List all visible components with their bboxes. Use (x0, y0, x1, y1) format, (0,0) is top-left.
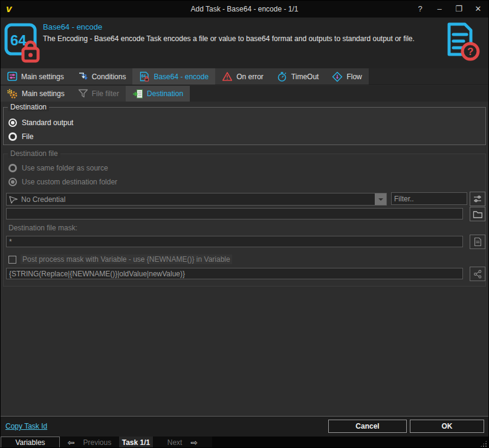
funnel-icon (78, 89, 88, 99)
sliders-icon (473, 195, 482, 203)
tab-label: Base64 - encode (154, 73, 209, 81)
group-title: Destination (8, 103, 49, 111)
dropdown-arrow-button[interactable] (375, 193, 386, 205)
maximize-button[interactable]: ❐ (450, 1, 468, 18)
task-header: 64 Base64 - encode The Encoding - Base64… (1, 18, 488, 68)
mask-variable-button (470, 235, 485, 249)
previous-nav: ⇦ Previous (60, 437, 119, 448)
variables-button[interactable]: Variables (1, 437, 60, 448)
main-tab-bar: Main settings Conditions 64 Base64 - enc… (1, 68, 488, 85)
next-nav: Next ⇨ (153, 437, 212, 448)
cancel-button[interactable]: Cancel (328, 420, 407, 433)
radio-standard-output[interactable]: Standard output (8, 118, 73, 127)
tab-flow[interactable]: Flow (325, 68, 368, 85)
radio-button-icon (8, 132, 17, 141)
destination-panel: Destination Standard output File Destina… (1, 102, 488, 416)
doc-question-icon[interactable]: ? (444, 21, 480, 65)
credential-settings-button[interactable] (470, 192, 485, 206)
radio-label: File (22, 132, 33, 141)
checkbox-label: Post process mask with Variable - use {N… (21, 255, 232, 264)
task-counter: Task 1/1 (119, 437, 153, 448)
svg-text:64: 64 (10, 32, 27, 48)
copy-task-id-link[interactable]: Copy Task Id (5, 422, 47, 430)
svg-text:?: ? (467, 46, 473, 57)
tab-main-settings[interactable]: Main settings (1, 68, 71, 85)
mask-input (6, 236, 463, 247)
postprocess-checkbox-row: Post process mask with Variable - use {N… (8, 255, 232, 264)
tab-base64-encode[interactable]: 64 Base64 - encode (132, 68, 215, 85)
radio-same-folder: Use same folder as source (8, 163, 108, 172)
radio-label: Standard output (22, 118, 73, 127)
add-task-dialog: v Add Task - Base64 - encode - 1/1 ? – ❐… (0, 0, 489, 448)
arrow-right-icon: ⇨ (190, 438, 198, 447)
destination-doc-icon (132, 89, 143, 99)
subtab-destination[interactable]: Destination (126, 86, 190, 102)
tab-on-error[interactable]: On error (215, 68, 270, 85)
branch-arrows-icon (77, 71, 88, 82)
dialog-footer: Copy Task Id Cancel OK (1, 416, 488, 437)
sub-tab-bar: Main settings File filter Destination (1, 86, 488, 102)
sliders-icon (7, 71, 18, 82)
variable-input (6, 268, 463, 279)
task-description: The Encoding - Base64 encode Task encode… (43, 34, 430, 43)
radio-label: Use custom destination folder (22, 178, 117, 186)
base64-lock-icon: 64 (4, 21, 42, 67)
destination-folder-input[interactable] (6, 208, 463, 219)
destination-file-group: Destination file Use same folder as sour… (3, 154, 486, 287)
task-title: Base64 - encode (43, 22, 102, 31)
next-label: Next (167, 438, 183, 447)
credential-pointer-icon (8, 194, 19, 204)
group-title: Destination file (8, 149, 60, 158)
tab-label: Destination (147, 89, 183, 98)
tab-label: Main settings (22, 89, 65, 98)
titlebar: v Add Task - Base64 - encode - 1/1 ? – ❐… (1, 1, 488, 18)
tab-label: On error (236, 73, 264, 81)
stopwatch-icon (277, 71, 288, 82)
navigation-bar: Variables ⇦ Previous Task 1/1 Next ⇨ (1, 437, 488, 448)
folder-icon (473, 210, 483, 219)
filter-input[interactable] (391, 192, 467, 205)
share-variable-button (470, 267, 485, 281)
radio-button-icon (8, 164, 17, 172)
radio-label: Use same folder as source (22, 164, 108, 172)
previous-label: Previous (83, 438, 112, 447)
tab-label: Conditions (92, 73, 126, 81)
tab-conditions[interactable]: Conditions (71, 68, 133, 85)
radio-button-icon (8, 178, 17, 186)
tab-label: Main settings (21, 73, 64, 81)
subtab-main-settings[interactable]: Main settings (1, 86, 71, 102)
resize-grip[interactable] (480, 440, 487, 447)
checkbox-icon (8, 256, 16, 264)
radio-button-icon (8, 118, 17, 127)
destination-group: Destination Standard output File (3, 107, 486, 145)
credential-combobox[interactable]: No Credential (6, 193, 387, 206)
warning-triangle-icon (222, 71, 233, 82)
tab-label: TimeOut (291, 73, 319, 81)
flow-diamond-icon (332, 71, 343, 82)
share-nodes-icon (473, 270, 482, 279)
tab-timeout[interactable]: TimeOut (270, 68, 326, 85)
radio-custom-folder: Use custom destination folder (8, 177, 117, 186)
gears-icon (7, 89, 18, 99)
credential-value: No Credential (21, 195, 65, 204)
subtab-file-filter: File filter (71, 86, 126, 102)
tab-label: Flow (346, 73, 361, 81)
radio-file[interactable]: File (8, 132, 33, 141)
minimize-button[interactable]: – (430, 1, 449, 18)
tab-label: File filter (92, 89, 119, 98)
base64-lock-icon: 64 (139, 71, 150, 82)
browse-folder-button[interactable] (470, 207, 485, 221)
arrow-left-icon: ⇦ (68, 438, 75, 447)
close-button[interactable]: ✕ (469, 1, 487, 18)
help-button[interactable]: ? (411, 1, 429, 18)
document-icon (473, 237, 482, 247)
ok-button[interactable]: OK (410, 420, 484, 433)
mask-label: Destination file mask: (8, 224, 77, 232)
